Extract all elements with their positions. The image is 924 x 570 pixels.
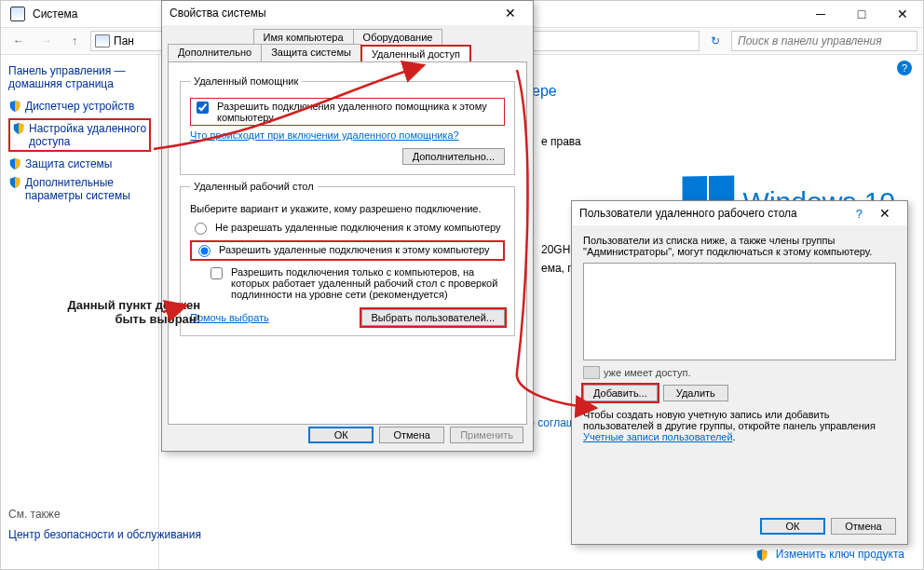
help-icon[interactable]: ?: [897, 61, 912, 75]
sidebar-item-label: Защита системы: [25, 157, 112, 170]
select-users-button[interactable]: Выбрать пользователей...: [361, 309, 506, 326]
folder-icon: [95, 34, 110, 48]
tab-advanced[interactable]: Дополнительно: [168, 44, 262, 61]
help-button[interactable]: ?: [849, 207, 870, 221]
sidebar-item-label: Диспетчер устройств: [25, 100, 134, 113]
heading-suffix: ере: [532, 83, 557, 100]
create-account-note: Чтобы создать новую учетную запись или д…: [583, 409, 896, 442]
shield-icon: [755, 549, 768, 562]
tab-hardware[interactable]: Оборудование: [353, 29, 443, 45]
allow-remote-radio[interactable]: [198, 245, 211, 257]
close-button[interactable]: ✕: [870, 206, 900, 221]
shield-icon: [12, 122, 25, 135]
back-button[interactable]: ←: [7, 30, 31, 52]
up-button[interactable]: ↑: [62, 30, 87, 52]
maximize-button[interactable]: □: [841, 1, 882, 27]
shield-icon: [8, 176, 21, 189]
sidebar-item-label: Настройка удаленного доступа: [29, 122, 147, 148]
sidebar-item-device-manager[interactable]: Диспетчер устройств: [8, 100, 151, 113]
minimize-button[interactable]: ─: [800, 1, 841, 27]
nla-label: Разрешить подключения только с компьютер…: [231, 266, 505, 300]
shield-icon: [8, 100, 21, 113]
tab-computer-name[interactable]: Имя компьютера: [253, 29, 354, 45]
allow-remote-label: Разрешить удаленные подключения к этому …: [219, 244, 490, 255]
cancel-button[interactable]: Отмена: [831, 518, 896, 535]
remove-user-button[interactable]: Удалить: [663, 385, 728, 401]
remote-assistance-group: Удаленный помощник Разрешить подключения…: [180, 75, 515, 175]
tab-protection[interactable]: Защита системы: [261, 44, 361, 61]
ok-button[interactable]: ОК: [760, 518, 825, 535]
choose-text: Выберите вариант и укажите, кому разреше…: [190, 203, 505, 214]
sidebar-item-system-protection[interactable]: Защита системы: [8, 157, 151, 170]
dialog-titlebar: Свойства системы ✕: [162, 1, 533, 25]
has-access-text: уже имеет доступ.: [604, 367, 691, 378]
dialog-title: Свойства системы: [170, 7, 496, 20]
os-rights: е права: [541, 135, 581, 148]
user-accounts-link[interactable]: Учетные записи пользователей: [583, 431, 733, 442]
cancel-button[interactable]: Отмена: [379, 427, 444, 443]
close-button[interactable]: ✕: [496, 6, 525, 20]
disallow-remote-radio[interactable]: [195, 223, 207, 235]
remote-desktop-group: Удаленный рабочий стол Выберите вариант …: [180, 181, 515, 336]
ok-button[interactable]: ОК: [308, 427, 374, 443]
shield-icon: [8, 157, 21, 170]
dialog-title: Пользователи удаленного рабочего стола: [579, 207, 849, 220]
disallow-remote-label: Не разрешать удаленные подключения к это…: [215, 222, 501, 233]
refresh-button[interactable]: ↻: [703, 30, 727, 52]
allow-remote-assist-label: Разрешить подключения удаленного помощни…: [217, 101, 502, 123]
close-button[interactable]: ✕: [882, 1, 923, 27]
remote-assist-advanced-button[interactable]: Дополнительно...: [402, 148, 505, 165]
apply-button[interactable]: Применить: [450, 427, 523, 443]
tab-remote[interactable]: Удаленный доступ: [360, 45, 471, 62]
breadcrumb: Пан: [114, 34, 134, 48]
tabs: Имя компьютера Оборудование Дополнительн…: [162, 25, 533, 61]
nla-checkbox[interactable]: [211, 267, 223, 279]
change-product-key-link[interactable]: Изменить ключ продукта: [776, 548, 904, 561]
remote-users-dialog: Пользователи удаленного рабочего стола ?…: [571, 200, 908, 545]
control-panel-home-link[interactable]: Панель управления — домашняя страница: [8, 64, 151, 90]
remote-tab-page: Удаленный помощник Разрешить подключения…: [168, 61, 527, 425]
sidebar-item-label: Дополнительные параметры системы: [25, 176, 151, 202]
allow-remote-assist-checkbox[interactable]: [197, 102, 209, 114]
user-icon: [583, 366, 600, 379]
sidebar-item-advanced-system[interactable]: Дополнительные параметры системы: [8, 176, 151, 202]
annotation-text: Данный пункт должен быть выбран!: [51, 298, 200, 326]
add-user-button[interactable]: Добавить...: [583, 385, 658, 401]
users-description: Пользователи из списка ниже, а также чле…: [583, 235, 896, 257]
help-choose-link[interactable]: Помочь выбрать: [190, 312, 269, 323]
whats-this-link[interactable]: Что происходит при включении удаленного …: [190, 129, 459, 141]
sidebar-item-remote-settings[interactable]: Настройка удаленного доступа: [8, 118, 151, 152]
system-icon: [10, 7, 25, 21]
search-input[interactable]: Поиск в панели управления: [731, 31, 917, 51]
users-listbox[interactable]: [583, 263, 896, 360]
dialog-titlebar: Пользователи удаленного рабочего стола ?…: [572, 201, 907, 225]
system-properties-dialog: Свойства системы ✕ Имя компьютера Оборуд…: [161, 0, 534, 452]
forward-button[interactable]: →: [34, 30, 59, 52]
